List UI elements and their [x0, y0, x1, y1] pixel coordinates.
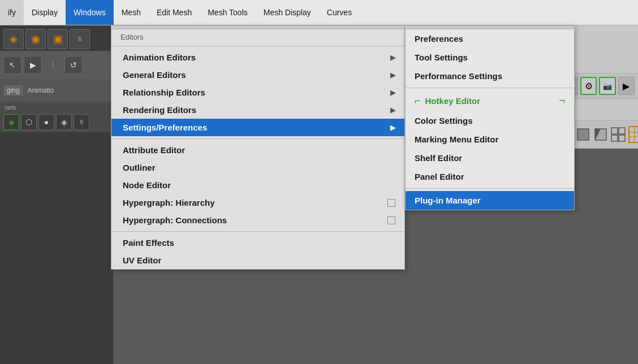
render-icon[interactable]: 📷 — [599, 77, 615, 95]
arrow-icon: ▶ — [390, 106, 395, 114]
divider-1 — [111, 46, 404, 46]
undo-icon[interactable]: ↺ — [64, 56, 83, 74]
anim-tab-2[interactable]: Animatio — [24, 85, 58, 96]
arrow-icon: ▶ — [390, 54, 395, 62]
svg-rect-10 — [619, 128, 625, 134]
svg-rect-12 — [619, 135, 625, 141]
submenu-preferences[interactable]: Preferences — [406, 29, 574, 48]
submenu-plugin-manager[interactable]: Plug-in Manager — [406, 191, 574, 210]
panel-icon-4[interactable]: ◈ — [56, 114, 72, 130]
menubar: ify Display Windows Mesh Edit Mesh Mesh … — [0, 0, 638, 25]
settings-submenu[interactable]: Preferences Tool Settings Performance Se… — [405, 25, 575, 210]
panel-icon-5[interactable]: 8 — [74, 114, 89, 130]
svg-rect-13 — [629, 127, 638, 142]
menu-node-editor[interactable]: Node Editor — [111, 176, 404, 194]
panels-icons-row: ◈ ⬡ ● ◈ 8 — [0, 112, 113, 132]
left-bracket-icon: ⌐ — [415, 95, 421, 107]
menu-item-mesh-tools[interactable]: Mesh Tools — [200, 0, 256, 25]
grid-icon-7[interactable] — [628, 124, 638, 145]
divider-2 — [111, 138, 404, 139]
menu-item-edit-mesh[interactable]: Edit Mesh — [149, 0, 200, 25]
left-panel-toolbar: ↖ ▶ | ↺ — [0, 51, 113, 79]
right-bracket-icon: ¬ — [559, 95, 565, 107]
grid-icon-6[interactable] — [610, 124, 626, 145]
play-icon[interactable]: ▶ — [24, 56, 42, 74]
box-icon — [387, 216, 395, 224]
divider-3 — [111, 231, 404, 232]
submenu-divider-1 — [406, 88, 574, 88]
menu-hypergraph-connections[interactable]: Hypergraph: Connections — [111, 211, 404, 229]
menu-attribute-editor[interactable]: Attribute Editor — [111, 141, 404, 159]
svg-rect-6 — [577, 129, 589, 140]
left-icon-1[interactable]: ◈ — [3, 29, 24, 49]
menu-animation-editors[interactable]: Animation Editors ▶ — [111, 49, 404, 66]
submenu-shelf-editor[interactable]: Shelf Editor — [406, 149, 574, 167]
anim-strip: ging Animatio — [0, 79, 113, 102]
panels-label: nels — [0, 102, 113, 112]
left-icon-3[interactable]: ▣ — [48, 29, 68, 49]
grid-icon-5[interactable] — [593, 124, 609, 145]
svg-rect-11 — [611, 135, 618, 141]
svg-rect-9 — [611, 128, 618, 134]
select-icon[interactable]: ↖ — [3, 56, 21, 74]
menu-relationship-editors[interactable]: Relationship Editors ▶ — [111, 84, 404, 101]
menu-uv-editor[interactable]: UV Editor — [111, 252, 404, 269]
panel-icon-2[interactable]: ⬡ — [21, 114, 37, 130]
submenu-performance-settings[interactable]: Performance Settings — [406, 67, 574, 85]
submenu-panel-editor[interactable]: Panel Editor — [406, 167, 574, 186]
panel-icon-3[interactable]: ● — [38, 114, 54, 130]
windows-dropdown[interactable]: Editors Animation Editors ▶ General Edit… — [111, 25, 405, 270]
menu-general-editors[interactable]: General Editors ▶ — [111, 66, 404, 84]
left-sidebar: ↖ ▶ | ↺ ging Animatio nels ◈ ⬡ ● ◈ 8 ◈ — [0, 25, 113, 364]
menu-outliner[interactable]: Outliner — [111, 159, 404, 176]
menu-rendering-editors[interactable]: Rendering Editors ▶ — [111, 101, 404, 119]
menu-item-mesh[interactable]: Mesh — [114, 0, 149, 25]
settings-icon[interactable]: ⚙ — [580, 77, 597, 95]
menu-paint-effects[interactable]: Paint Effects — [111, 234, 404, 252]
panel-icon-1[interactable]: ◈ — [3, 114, 19, 130]
arrow-icon: ▶ — [390, 71, 395, 79]
arrow-icon[interactable]: ▶ — [618, 77, 635, 95]
submenu-hotkey-editor[interactable]: ⌐ Hotkey Editor ¬ — [406, 90, 574, 111]
anim-tab-1[interactable]: ging — [3, 85, 23, 96]
menu-item-mesh-display[interactable]: Mesh Display — [256, 0, 319, 25]
main-icons-row: ◈ ◉ ▣ 8 — [0, 25, 113, 53]
arrow-icon: ▶ — [390, 124, 395, 132]
submenu-color-settings[interactable]: Color Settings — [406, 111, 574, 130]
menu-item-display[interactable]: Display — [24, 0, 66, 25]
box-icon — [387, 199, 395, 207]
arrow-icon: ▶ — [390, 89, 395, 97]
menu-item-curves[interactable]: Curves — [319, 0, 360, 25]
left-icon-2[interactable]: ◉ — [25, 29, 46, 49]
submenu-marking-menu-editor[interactable]: Marking Menu Editor — [406, 130, 574, 149]
menu-hypergraph-hierarchy[interactable]: Hypergraph: Hierarchy — [111, 194, 404, 211]
submenu-divider-2 — [406, 188, 574, 189]
menu-settings-preferences[interactable]: Settings/Preferences ▶ — [111, 119, 404, 136]
separator-icon: | — [44, 56, 62, 74]
menu-item-windows[interactable]: Windows — [66, 0, 114, 25]
grid-icon-4[interactable] — [575, 124, 591, 145]
panels-section: nels ◈ ⬡ ● ◈ 8 — [0, 102, 113, 132]
menu-item-ify[interactable]: ify — [0, 0, 24, 25]
editors-section-label: Editors — [111, 29, 404, 44]
submenu-tool-settings[interactable]: Tool Settings — [406, 48, 574, 67]
left-icon-4[interactable]: 8 — [70, 29, 90, 49]
